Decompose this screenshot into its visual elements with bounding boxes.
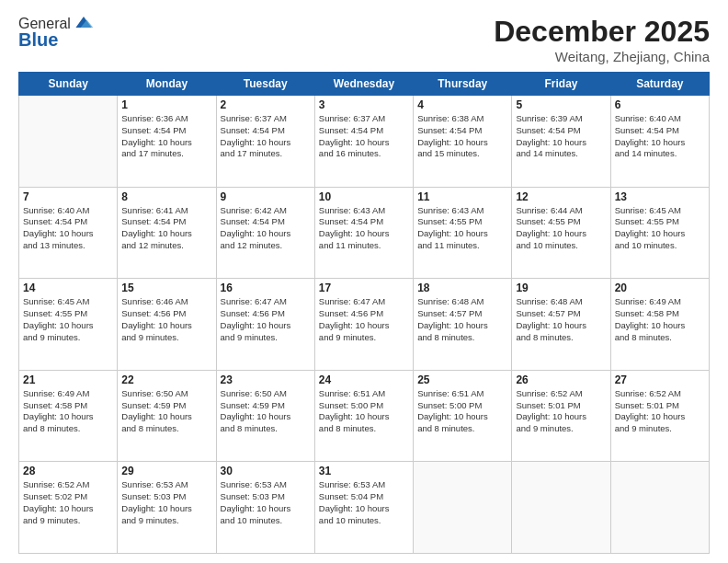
- day-info: Sunrise: 6:53 AM Sunset: 5:04 PM Dayligh…: [319, 479, 409, 526]
- day-header-saturday: Saturday: [610, 73, 709, 96]
- day-header-wednesday: Wednesday: [314, 73, 413, 96]
- calendar-cell: 5Sunrise: 6:39 AM Sunset: 4:54 PM Daylig…: [512, 96, 610, 188]
- day-number: 20: [615, 282, 705, 294]
- calendar-cell: 14Sunrise: 6:45 AM Sunset: 4:55 PM Dayli…: [19, 279, 118, 371]
- day-info: Sunrise: 6:49 AM Sunset: 4:58 PM Dayligh…: [23, 388, 113, 435]
- day-info: Sunrise: 6:39 AM Sunset: 4:54 PM Dayligh…: [516, 113, 606, 160]
- calendar-cell: 27Sunrise: 6:52 AM Sunset: 5:01 PM Dayli…: [610, 370, 709, 462]
- calendar-cell: 11Sunrise: 6:43 AM Sunset: 4:55 PM Dayli…: [414, 187, 512, 279]
- day-number: 29: [121, 465, 211, 477]
- calendar-cell: 24Sunrise: 6:51 AM Sunset: 5:00 PM Dayli…: [314, 370, 413, 462]
- day-info: Sunrise: 6:53 AM Sunset: 5:03 PM Dayligh…: [221, 479, 311, 526]
- calendar-week-row: 7Sunrise: 6:40 AM Sunset: 4:54 PM Daylig…: [19, 187, 710, 279]
- calendar-cell: [512, 462, 610, 554]
- calendar-week-row: 21Sunrise: 6:49 AM Sunset: 4:58 PM Dayli…: [19, 370, 710, 462]
- month-title: December 2025: [494, 15, 710, 49]
- day-header-monday: Monday: [118, 73, 216, 96]
- day-info: Sunrise: 6:52 AM Sunset: 5:01 PM Dayligh…: [516, 388, 606, 435]
- day-header-sunday: Sunday: [19, 73, 118, 96]
- calendar-cell: 8Sunrise: 6:41 AM Sunset: 4:54 PM Daylig…: [118, 187, 216, 279]
- day-info: Sunrise: 6:37 AM Sunset: 4:54 PM Dayligh…: [221, 113, 311, 160]
- calendar-cell: 23Sunrise: 6:50 AM Sunset: 4:59 PM Dayli…: [216, 370, 314, 462]
- calendar-week-row: 28Sunrise: 6:52 AM Sunset: 5:02 PM Dayli…: [19, 462, 710, 554]
- day-number: 1: [121, 98, 211, 111]
- calendar-cell: 20Sunrise: 6:49 AM Sunset: 4:58 PM Dayli…: [610, 279, 709, 371]
- day-info: Sunrise: 6:51 AM Sunset: 5:00 PM Dayligh…: [417, 388, 507, 435]
- day-number: 15: [121, 282, 211, 294]
- day-info: Sunrise: 6:51 AM Sunset: 5:00 PM Dayligh…: [319, 388, 409, 435]
- day-info: Sunrise: 6:45 AM Sunset: 4:55 PM Dayligh…: [615, 205, 705, 252]
- day-info: Sunrise: 6:40 AM Sunset: 4:54 PM Dayligh…: [615, 113, 705, 160]
- calendar-cell: 18Sunrise: 6:48 AM Sunset: 4:57 PM Dayli…: [414, 279, 512, 371]
- day-info: Sunrise: 6:43 AM Sunset: 4:54 PM Dayligh…: [319, 205, 409, 252]
- day-number: 16: [221, 282, 311, 294]
- day-info: Sunrise: 6:40 AM Sunset: 4:54 PM Dayligh…: [23, 205, 113, 252]
- day-info: Sunrise: 6:37 AM Sunset: 4:54 PM Dayligh…: [319, 113, 409, 160]
- logo-icon: [73, 11, 95, 33]
- day-number: 23: [221, 373, 311, 386]
- day-number: 22: [121, 373, 211, 386]
- day-info: Sunrise: 6:44 AM Sunset: 4:55 PM Dayligh…: [516, 205, 606, 252]
- day-header-tuesday: Tuesday: [216, 73, 314, 96]
- calendar-cell: 15Sunrise: 6:46 AM Sunset: 4:56 PM Dayli…: [118, 279, 216, 371]
- calendar-cell: 7Sunrise: 6:40 AM Sunset: 4:54 PM Daylig…: [19, 187, 118, 279]
- day-info: Sunrise: 6:52 AM Sunset: 5:02 PM Dayligh…: [23, 479, 113, 526]
- day-number: 7: [23, 190, 113, 203]
- calendar-cell: 21Sunrise: 6:49 AM Sunset: 4:58 PM Dayli…: [19, 370, 118, 462]
- day-info: Sunrise: 6:43 AM Sunset: 4:55 PM Dayligh…: [417, 205, 507, 252]
- day-number: 31: [319, 465, 409, 477]
- day-number: 3: [319, 98, 409, 111]
- calendar-cell: 16Sunrise: 6:47 AM Sunset: 4:56 PM Dayli…: [216, 279, 314, 371]
- calendar-cell: 6Sunrise: 6:40 AM Sunset: 4:54 PM Daylig…: [610, 96, 709, 188]
- calendar-cell: 13Sunrise: 6:45 AM Sunset: 4:55 PM Dayli…: [610, 187, 709, 279]
- calendar-cell: 17Sunrise: 6:47 AM Sunset: 4:56 PM Dayli…: [314, 279, 413, 371]
- calendar-cell: 2Sunrise: 6:37 AM Sunset: 4:54 PM Daylig…: [216, 96, 314, 188]
- calendar-cell: 1Sunrise: 6:36 AM Sunset: 4:54 PM Daylig…: [118, 96, 216, 188]
- day-info: Sunrise: 6:45 AM Sunset: 4:55 PM Dayligh…: [23, 296, 113, 343]
- calendar-week-row: 1Sunrise: 6:36 AM Sunset: 4:54 PM Daylig…: [19, 96, 710, 188]
- calendar-header-row: SundayMondayTuesdayWednesdayThursdayFrid…: [19, 73, 710, 96]
- day-number: 24: [319, 373, 409, 386]
- day-header-thursday: Thursday: [414, 73, 512, 96]
- day-info: Sunrise: 6:47 AM Sunset: 4:56 PM Dayligh…: [319, 296, 409, 343]
- page: General Blue December 2025 Weitang, Zhej…: [0, 0, 728, 563]
- day-info: Sunrise: 6:48 AM Sunset: 4:57 PM Dayligh…: [516, 296, 606, 343]
- day-number: 2: [221, 98, 311, 111]
- day-info: Sunrise: 6:38 AM Sunset: 4:54 PM Dayligh…: [417, 113, 507, 160]
- calendar-week-row: 14Sunrise: 6:45 AM Sunset: 4:55 PM Dayli…: [19, 279, 710, 371]
- calendar-table: SundayMondayTuesdayWednesdayThursdayFrid…: [18, 72, 710, 554]
- calendar-cell: 22Sunrise: 6:50 AM Sunset: 4:59 PM Dayli…: [118, 370, 216, 462]
- day-info: Sunrise: 6:52 AM Sunset: 5:01 PM Dayligh…: [615, 388, 705, 435]
- day-number: 21: [23, 373, 113, 386]
- header: General Blue December 2025 Weitang, Zhej…: [18, 15, 710, 64]
- location: Weitang, Zhejiang, China: [494, 49, 710, 64]
- calendar-cell: 12Sunrise: 6:44 AM Sunset: 4:55 PM Dayli…: [512, 187, 610, 279]
- calendar-cell: 29Sunrise: 6:53 AM Sunset: 5:03 PM Dayli…: [118, 462, 216, 554]
- calendar-cell: 26Sunrise: 6:52 AM Sunset: 5:01 PM Dayli…: [512, 370, 610, 462]
- calendar-cell: 25Sunrise: 6:51 AM Sunset: 5:00 PM Dayli…: [414, 370, 512, 462]
- day-number: 18: [417, 282, 507, 294]
- day-info: Sunrise: 6:46 AM Sunset: 4:56 PM Dayligh…: [121, 296, 211, 343]
- day-number: 6: [615, 98, 705, 111]
- day-number: 17: [319, 282, 409, 294]
- day-number: 9: [221, 190, 311, 203]
- day-number: 8: [121, 190, 211, 203]
- day-header-friday: Friday: [512, 73, 610, 96]
- day-info: Sunrise: 6:47 AM Sunset: 4:56 PM Dayligh…: [221, 296, 311, 343]
- calendar-cell: 28Sunrise: 6:52 AM Sunset: 5:02 PM Dayli…: [19, 462, 118, 554]
- day-number: 13: [615, 190, 705, 203]
- day-info: Sunrise: 6:50 AM Sunset: 4:59 PM Dayligh…: [221, 388, 311, 435]
- calendar-cell: 9Sunrise: 6:42 AM Sunset: 4:54 PM Daylig…: [216, 187, 314, 279]
- calendar-cell: 3Sunrise: 6:37 AM Sunset: 4:54 PM Daylig…: [314, 96, 413, 188]
- calendar-cell: 19Sunrise: 6:48 AM Sunset: 4:57 PM Dayli…: [512, 279, 610, 371]
- calendar-cell: [19, 96, 118, 188]
- day-number: 27: [615, 373, 705, 386]
- title-block: December 2025 Weitang, Zhejiang, China: [494, 15, 710, 64]
- day-number: 14: [23, 282, 113, 294]
- calendar-cell: 4Sunrise: 6:38 AM Sunset: 4:54 PM Daylig…: [414, 96, 512, 188]
- day-number: 26: [516, 373, 606, 386]
- day-info: Sunrise: 6:49 AM Sunset: 4:58 PM Dayligh…: [615, 296, 705, 343]
- day-info: Sunrise: 6:50 AM Sunset: 4:59 PM Dayligh…: [121, 388, 211, 435]
- calendar-cell: 30Sunrise: 6:53 AM Sunset: 5:03 PM Dayli…: [216, 462, 314, 554]
- day-info: Sunrise: 6:48 AM Sunset: 4:57 PM Dayligh…: [417, 296, 507, 343]
